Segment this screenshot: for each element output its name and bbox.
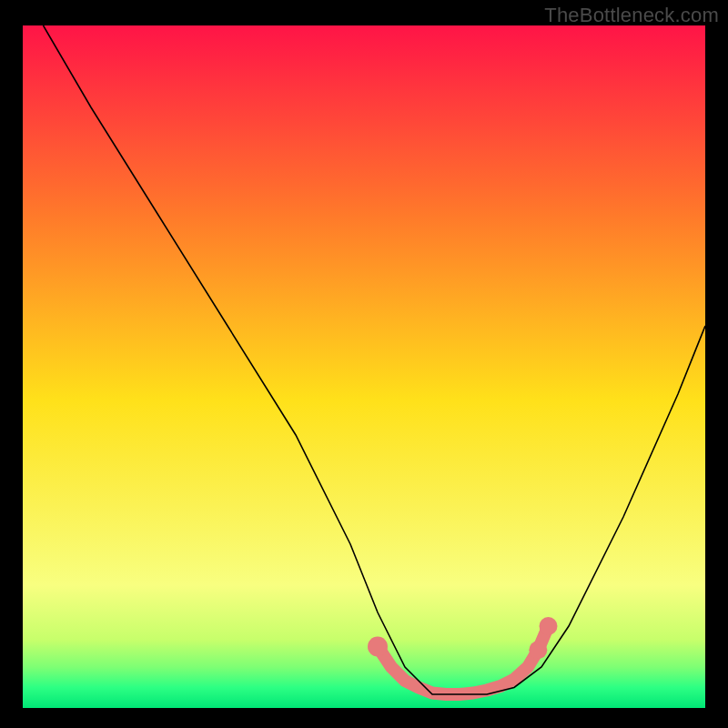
- accent-end-dot: [368, 637, 388, 657]
- accent-end-dot: [529, 641, 547, 659]
- plot-area: [23, 25, 705, 708]
- chart-frame: TheBottleneck.com: [0, 0, 728, 728]
- accent-end-dot: [540, 617, 558, 635]
- watermark-text: TheBottleneck.com: [544, 4, 719, 27]
- gradient-background: [23, 25, 705, 708]
- bottleneck-chart: [23, 25, 705, 708]
